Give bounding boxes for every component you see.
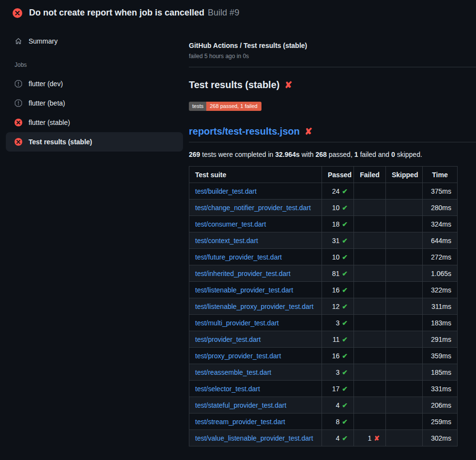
skipped-cell — [386, 348, 423, 364]
sidebar-summary-label: Summary — [29, 37, 58, 45]
time-value: 291ms — [431, 336, 451, 343]
test-suite-link[interactable]: test/multi_provider_test.dart — [195, 319, 279, 327]
passed-count: 4 — [336, 401, 339, 409]
total-count: 269 — [189, 151, 200, 158]
skipped-cell — [386, 183, 423, 199]
passed-count: 16 — [332, 286, 340, 294]
skipped-cell — [386, 331, 423, 348]
test-suite-link[interactable]: test/builder_test.dart — [195, 187, 257, 195]
sidebar-item-summary[interactable]: Summary — [6, 32, 183, 50]
skipped-cell — [386, 216, 423, 232]
time-value: 322ms — [431, 286, 451, 294]
home-icon — [15, 37, 22, 45]
report-file-heading[interactable]: reports/test-results.json ✘ — [189, 126, 476, 142]
duration-value: 32.964s — [275, 151, 300, 158]
check-icon: ✔ — [342, 401, 348, 409]
tests-badge: tests 268 passed, 1 failed — [189, 102, 261, 111]
sidebar-job-item[interactable]: flutter (dev) — [6, 74, 183, 93]
sidebar-job-label: flutter (dev) — [29, 80, 63, 88]
time-value: 644ms — [431, 237, 451, 245]
run-build-number: Build #9 — [208, 8, 239, 18]
cancelled-icon — [15, 99, 22, 107]
table-row: test/stateful_provider_test.dart 4✔ 206m… — [189, 397, 458, 414]
failed-circle-icon — [15, 138, 22, 146]
passed-count: 3 — [336, 319, 339, 327]
check-icon: ✔ — [342, 336, 348, 343]
table-row: test/inherited_provider_test.dart 81✔ 1.… — [189, 265, 458, 282]
time-value: 185ms — [431, 368, 451, 376]
table-row: test/multi_provider_test.dart 3✔ 183ms — [189, 315, 458, 331]
time-value: 302ms — [431, 434, 451, 442]
test-suite-link[interactable]: test/provider_test.dart — [195, 336, 261, 343]
test-suite-link[interactable]: test/stream_provider_test.dart — [195, 418, 285, 426]
table-row: test/future_provider_test.dart 10✔ 272ms — [189, 249, 458, 265]
sidebar-job-item[interactable]: flutter (stable) — [6, 113, 183, 132]
time-value: 280ms — [431, 204, 451, 212]
sidebar-job-item[interactable]: flutter (beta) — [6, 93, 183, 113]
failed-count-total: 1 — [354, 151, 358, 158]
time-value: 272ms — [431, 253, 451, 261]
check-icon: ✔ — [342, 204, 348, 212]
time-value: 359ms — [431, 352, 451, 360]
passed-count: 81 — [332, 270, 340, 277]
skipped-cell — [386, 364, 423, 381]
passed-count: 10 — [332, 204, 340, 212]
summary-text-5: skipped. — [395, 151, 422, 158]
test-suite-link[interactable]: test/listenable_provider_test.dart — [195, 286, 293, 294]
col-header-failed: Failed — [354, 167, 386, 183]
test-suite-link[interactable]: test/selector_test.dart — [195, 385, 260, 393]
table-header-row: Test suite Passed Failed Skipped Time — [189, 167, 458, 183]
test-suite-link[interactable]: test/value_listenable_provider_test.dart — [195, 434, 313, 442]
check-icon: ✔ — [342, 418, 348, 426]
test-suite-link[interactable]: test/future_provider_test.dart — [195, 253, 282, 261]
test-suite-link[interactable]: test/stateful_provider_test.dart — [195, 401, 286, 409]
check-icon: ✔ — [342, 237, 348, 245]
skipped-cell — [386, 232, 423, 249]
test-suite-link[interactable]: test/context_test.dart — [195, 237, 258, 245]
table-row: test/stream_provider_test.dart 8✔ 259ms — [189, 414, 458, 430]
failed-x-icon: ✘ — [284, 79, 292, 91]
test-suite-link[interactable]: test/inherited_provider_test.dart — [195, 270, 291, 277]
passed-count: 16 — [332, 352, 340, 360]
test-suite-link[interactable]: test/reassemble_test.dart — [195, 368, 271, 376]
check-icon: ✔ — [342, 319, 348, 327]
col-header-time: Time — [423, 167, 458, 183]
check-icon: ✔ — [342, 352, 348, 360]
skipped-cell — [386, 249, 423, 265]
summary-text-3: passed, — [327, 151, 354, 158]
col-header-passed: Passed — [322, 167, 354, 183]
report-file-link[interactable]: reports/test-results.json — [189, 126, 300, 137]
time-value: 1.065s — [431, 270, 451, 277]
table-row: test/selector_test.dart 17✔ 331ms — [189, 381, 458, 397]
test-suite-link[interactable]: test/change_notifier_provider_test.dart — [195, 204, 311, 212]
passed-count: 18 — [332, 220, 340, 228]
run-failed-icon — [13, 8, 22, 18]
passed-count: 17 — [332, 385, 340, 393]
test-suite-link[interactable]: test/proxy_provider_test.dart — [195, 352, 281, 360]
time-value: 331ms — [431, 385, 451, 393]
skipped-cell — [386, 381, 423, 397]
passed-count: 10 — [332, 253, 340, 261]
failed-circle-icon — [15, 119, 22, 126]
summary-text-2: with — [300, 151, 316, 158]
sidebar: Summary Jobs flutter (dev) — [0, 24, 189, 152]
failed-count: 1 — [368, 434, 371, 442]
breadcrumb: GitHub Actions / Test results (stable) — [189, 42, 476, 49]
time-value: 311ms — [431, 303, 451, 310]
table-row: test/consumer_test.dart 18✔ 324ms — [189, 216, 458, 232]
sidebar-job-item[interactable]: Test results (stable) — [6, 132, 183, 152]
test-suite-link[interactable]: test/listenable_proxy_provider_test.dart — [195, 303, 313, 310]
skipped-cell — [386, 397, 423, 414]
table-row: test/reassemble_test.dart 3✔ 185ms — [189, 364, 458, 381]
check-icon: ✔ — [342, 270, 348, 277]
table-row: test/value_listenable_provider_test.dart… — [189, 430, 458, 446]
skipped-cell — [386, 315, 423, 331]
section-title: Test results (stable) ✘ — [189, 79, 476, 91]
table-row: test/context_test.dart 31✔ 644ms — [189, 232, 458, 249]
col-header-test-suite: Test suite — [189, 167, 322, 183]
main-content: GitHub Actions / Test results (stable) f… — [189, 24, 476, 446]
check-icon: ✔ — [342, 434, 348, 442]
table-row: test/listenable_proxy_provider_test.dart… — [189, 298, 458, 315]
sidebar-job-label: Test results (stable) — [29, 138, 92, 146]
test-suite-link[interactable]: test/consumer_test.dart — [195, 220, 266, 228]
